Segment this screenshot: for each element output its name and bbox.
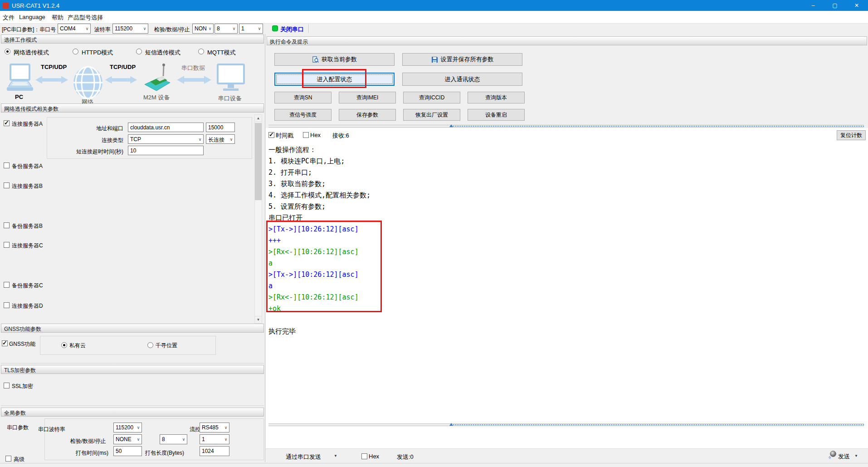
pc-laptop-icon	[6, 64, 34, 93]
private-cloud-label[interactable]: 私有云	[69, 342, 86, 349]
m2m-device-icon	[143, 63, 172, 93]
log-line: 5. 设置所有参数;	[268, 201, 863, 212]
enter-config-button[interactable]: 进入配置状态	[274, 73, 395, 86]
radio-sms-mode[interactable]	[136, 49, 142, 54]
log-line: 1. 模块连PC串口,上电;	[268, 156, 863, 167]
gnss-enable-checkbox[interactable]	[2, 340, 8, 346]
server-b-checkbox[interactable]	[4, 182, 10, 188]
pack-time-input[interactable]: 50	[113, 446, 142, 456]
server-c-checkbox[interactable]	[4, 242, 10, 248]
arrow-bidirectional-icon	[104, 74, 138, 85]
scroll-up-icon[interactable]: ▲	[254, 114, 262, 122]
menu-file[interactable]: 文件	[3, 14, 15, 22]
server-a-checkbox[interactable]	[4, 120, 10, 126]
serial-baud-select[interactable]: 115200∨	[113, 423, 142, 433]
maximize-button[interactable]: ▢	[824, 0, 845, 11]
radio-net-transparent-mode[interactable]	[5, 49, 10, 54]
log-output[interactable]: 一般操作流程： 1. 模块连PC串口,上电; 2. 打开串口; 3. 获取当前参…	[268, 144, 863, 421]
dropdown-arrow-icon[interactable]: ▼	[334, 454, 337, 458]
close-icon: ✕	[854, 2, 859, 9]
baud-label: 波特率	[94, 26, 111, 34]
backup-server-c-checkbox[interactable]	[4, 282, 10, 288]
advanced-checkbox[interactable]	[5, 456, 11, 462]
log-splitter[interactable]	[268, 125, 864, 128]
radio-httpd-mode[interactable]	[73, 49, 78, 54]
log-line	[268, 315, 863, 326]
chevron-down-icon: ∨	[228, 135, 234, 143]
serial-parity-select[interactable]: NONE∨	[113, 434, 142, 444]
log-line: >[Tx->][10:26:12][asc]	[268, 224, 863, 235]
send-input[interactable]	[268, 428, 864, 447]
backup-server-b-checkbox[interactable]	[4, 222, 10, 228]
server-a-address-input[interactable]: clouddata.usr.cn	[128, 123, 204, 132]
splitter-handle-icon[interactable]	[449, 423, 453, 426]
device-restart-button[interactable]: 设备重启	[468, 109, 525, 121]
search-doc-icon	[312, 56, 319, 63]
menu-language[interactable]: Language	[19, 14, 45, 20]
conn-mode-select[interactable]: 长连接∨	[206, 134, 235, 144]
data-bits-select[interactable]: 8∨	[215, 24, 238, 34]
hex-recv-checkbox[interactable]	[303, 132, 309, 138]
server-c-label: 连接服务器C	[12, 242, 43, 250]
pack-length-input[interactable]: 1024	[200, 446, 229, 456]
reset-count-button[interactable]: 复位计数	[837, 130, 866, 140]
get-params-button[interactable]: 获取当前参数	[274, 53, 395, 66]
parity-select[interactable]: NONI∨	[192, 24, 214, 34]
menu-bar: 文件 Language 帮助 产品型号选择	[0, 11, 868, 24]
window-title: USR-CAT1 V1.2.4	[12, 2, 59, 9]
short-conn-timeout-input[interactable]: 10	[128, 146, 204, 155]
serial-data-bits-select[interactable]: 8∨	[160, 434, 187, 444]
minimize-button[interactable]: –	[803, 0, 824, 11]
log-line: >[Tx->][10:26:12][asc]	[268, 269, 863, 280]
set-save-params-button[interactable]: 设置并保存所有参数	[402, 53, 522, 66]
factory-reset-button[interactable]: 恢复出厂设置	[403, 109, 460, 121]
radio-httpd-label[interactable]: HTTPD模式	[82, 49, 113, 57]
backup-server-a-checkbox[interactable]	[4, 162, 10, 168]
query-signal-button[interactable]: 查信号强度	[274, 109, 332, 121]
app-icon	[3, 2, 9, 9]
hex-send-checkbox[interactable]	[361, 453, 367, 459]
com-port-select[interactable]: COM4∨	[58, 24, 91, 34]
radio-mqtt-label[interactable]: MQTT模式	[207, 49, 236, 57]
radio-net-transparent-label[interactable]: 网络透传模式	[14, 49, 49, 57]
stop-bits-select[interactable]: 1∨	[239, 24, 263, 34]
chevron-down-icon: ∨	[207, 24, 213, 33]
server-a-port-input[interactable]: 15000	[206, 123, 235, 132]
send-via-serial-button[interactable]: 通过串口发送	[286, 453, 321, 461]
menu-help[interactable]: 帮助	[52, 14, 63, 22]
save-params-button[interactable]: 保存参数	[339, 109, 396, 121]
radio-qianxun[interactable]	[147, 342, 153, 348]
backup-server-c-label: 备份服务器C	[12, 282, 43, 290]
serial-device-monitor-icon	[217, 64, 245, 92]
close-port-button[interactable]: 关闭串口	[280, 25, 304, 34]
baud-select[interactable]: 115200∨	[112, 24, 148, 34]
radio-private-cloud[interactable]	[61, 342, 67, 348]
scrollbar-thumb[interactable]	[255, 123, 262, 200]
radio-sms-label[interactable]: 短信透传模式	[145, 49, 180, 57]
log-line: 执行完毕	[268, 326, 863, 337]
timestamp-checkbox[interactable]	[268, 132, 274, 138]
scroll-down-icon[interactable]: ▼	[254, 316, 262, 324]
serial-stop-bits-select[interactable]: 1∨	[200, 434, 229, 444]
enter-comm-button[interactable]: 进入通讯状态	[402, 73, 522, 86]
ssl-checkbox[interactable]	[4, 383, 10, 388]
menu-product-model[interactable]: 产品型号选择	[68, 14, 103, 22]
tls-header: TLS加密参数	[1, 365, 264, 374]
conn-type-select[interactable]: TCP∨	[128, 134, 204, 144]
close-button[interactable]: ✕	[846, 0, 867, 11]
serial-parity-label: 检验/数据/停止	[70, 438, 106, 445]
query-imei-button[interactable]: 查询IMEI	[339, 92, 396, 103]
send-button[interactable]: 发送	[838, 452, 850, 461]
global-params-header: 全局参数	[1, 408, 264, 417]
flow-control-select[interactable]: RS485∨	[200, 423, 229, 433]
query-sn-button[interactable]: 查询SN	[274, 92, 332, 103]
dropdown-arrow-icon[interactable]: ▼	[854, 454, 858, 458]
query-version-button[interactable]: 查询版本	[468, 92, 525, 103]
send-splitter[interactable]	[268, 423, 864, 426]
qianxun-label[interactable]: 千寻位置	[156, 342, 177, 349]
splitter-handle-icon[interactable]	[449, 124, 453, 127]
server-d-checkbox[interactable]	[4, 302, 10, 308]
radio-mqtt-mode[interactable]	[198, 49, 204, 54]
query-iccid-button[interactable]: 查询ICCID	[403, 92, 460, 103]
params-scrollbar[interactable]: ▲ ▼	[254, 114, 262, 323]
